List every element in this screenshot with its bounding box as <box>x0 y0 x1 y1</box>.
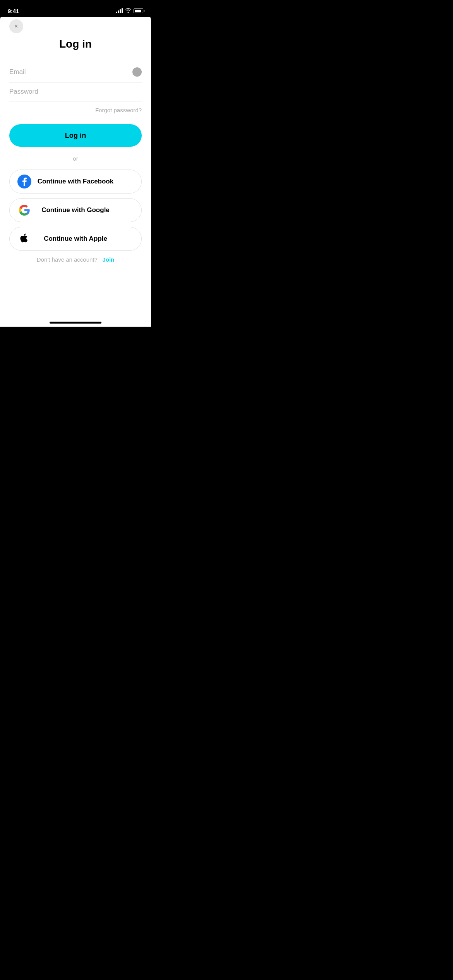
signal-icon <box>116 9 123 13</box>
login-sheet: × Log in Forgot password? Log in or Cont… <box>0 14 151 327</box>
apple-icon <box>19 233 30 244</box>
join-link[interactable]: Join <box>102 256 114 263</box>
apple-button-label: Continue with Apple <box>31 235 120 243</box>
facebook-icon <box>17 175 31 188</box>
apple-login-button[interactable]: Continue with Apple <box>9 227 142 251</box>
apple-icon-wrapper <box>17 232 31 246</box>
google-icon-wrapper <box>17 203 31 217</box>
facebook-icon-wrapper <box>17 175 31 188</box>
forgot-password-row: Forgot password? <box>9 107 142 113</box>
page-title: Log in <box>9 38 142 50</box>
email-input[interactable] <box>9 68 130 76</box>
battery-icon <box>134 9 143 13</box>
forgot-password-link[interactable]: Forgot password? <box>95 107 142 113</box>
password-input[interactable] <box>9 82 142 101</box>
home-indicator <box>50 322 101 324</box>
facebook-button-label: Continue with Facebook <box>31 178 120 185</box>
signup-row: Don't have an account? Join <box>9 256 142 263</box>
login-button[interactable]: Log in <box>9 124 142 147</box>
status-bar: 9:41 <box>0 0 151 17</box>
status-time: 9:41 <box>8 8 19 14</box>
google-button-label: Continue with Google <box>31 206 120 214</box>
wifi-icon <box>125 7 131 14</box>
email-icon <box>132 67 142 77</box>
google-login-button[interactable]: Continue with Google <box>9 198 142 222</box>
email-field-row <box>9 62 142 82</box>
close-button[interactable]: × <box>9 19 23 33</box>
status-icons <box>116 7 143 14</box>
or-divider: or <box>9 155 142 162</box>
facebook-login-button[interactable]: Continue with Facebook <box>9 170 142 194</box>
close-icon: × <box>14 23 18 29</box>
google-icon <box>19 205 30 216</box>
no-account-text: Don't have an account? <box>37 256 98 263</box>
